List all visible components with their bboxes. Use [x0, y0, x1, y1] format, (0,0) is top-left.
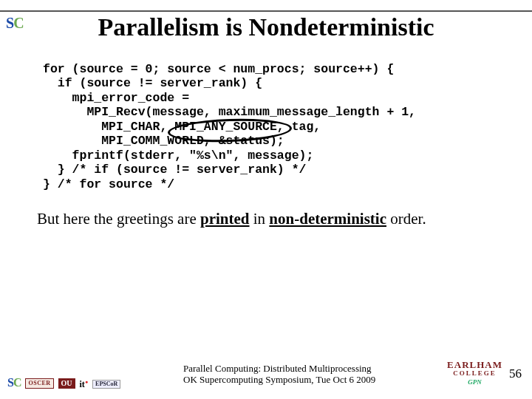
code-block: for (source = 0; source < num_procs; sou…	[43, 62, 416, 191]
footer-text: Parallel Computing: Distributed Multipro…	[183, 363, 375, 386]
footer: SC OSCER OU it● EPSCoR Parallel Computin…	[0, 355, 532, 392]
footer-line2: OK Supercomputing Symposium, Tue Oct 6 2…	[183, 374, 375, 385]
caption-printed: printed	[200, 210, 250, 228]
epscor-logo: EPSCoR	[92, 380, 120, 389]
caption-nondet: non-deterministic	[269, 210, 386, 228]
oscer-logo: OSCER	[25, 378, 53, 389]
top-divider	[0, 10, 532, 12]
footer-line1: Parallel Computing: Distributed Multipro…	[183, 363, 372, 374]
gpn-logo: GPN	[447, 378, 502, 386]
sc-logo-footer: SC	[7, 377, 21, 389]
earlham-sub: COLLEGE	[447, 369, 502, 377]
it-logo: it●	[80, 380, 89, 389]
caption-text: But here the greetings are printed in no…	[37, 210, 426, 228]
footer-logos: SC OSCER OU it● EPSCoR	[7, 377, 120, 389]
caption-pre: But here the greetings are	[37, 210, 200, 228]
caption-mid: in	[250, 210, 270, 228]
earlham-logo: EARLHAM COLLEGE GPN	[447, 359, 502, 386]
ou-logo: OU	[58, 378, 75, 389]
slide-title: Parallelism is Nondeterministic	[0, 13, 532, 41]
earlham-name: EARLHAM	[447, 359, 502, 370]
caption-post: order.	[386, 210, 426, 228]
page-number: 56	[509, 366, 522, 381]
